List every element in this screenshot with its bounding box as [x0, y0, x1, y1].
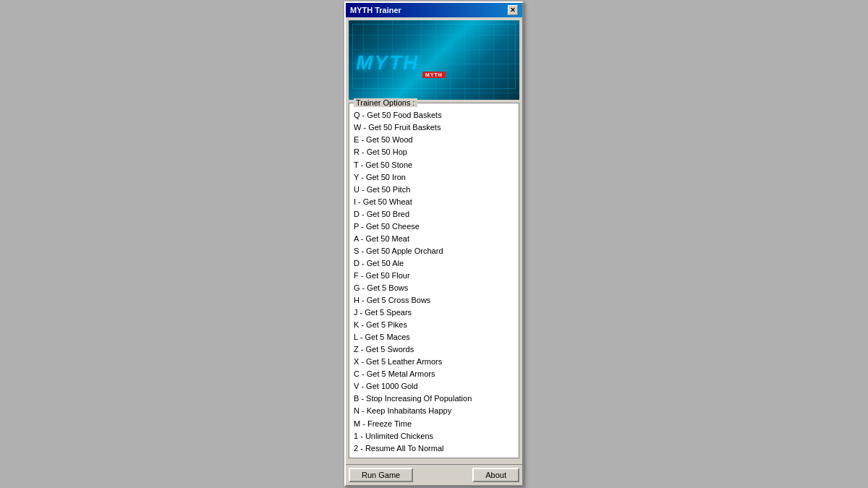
banner-image: MYTH MYTH	[349, 20, 519, 100]
list-item: J - Get 5 Spears	[354, 307, 514, 319]
window-body: MYTH MYTH Trainer Options : Q - Get 50 F…	[346, 17, 522, 463]
footer: Run Game About	[346, 464, 522, 485]
options-legend: Trainer Options :	[354, 98, 417, 107]
list-item: U - Get 50 Pitch	[354, 184, 514, 196]
list-item: F - Get 50 Flour	[354, 270, 514, 282]
main-window: MYTH Trainer ✕ MYTH MYTH Trainer Options…	[344, 1, 524, 486]
list-item: W - Get 50 Fruit Baskets	[354, 121, 514, 134]
about-button[interactable]: About	[472, 468, 519, 482]
list-item: Q - Get 50 Food Baskets	[354, 109, 514, 121]
run-game-button[interactable]: Run Game	[349, 468, 413, 482]
window-title: MYTH Trainer	[350, 6, 401, 14]
title-bar: MYTH Trainer ✕	[346, 3, 522, 17]
list-item: K - Get 5 Pikes	[354, 319, 514, 331]
list-item: X - Get 5 Leather Armors	[354, 356, 514, 368]
list-item: G - Get 5 Bows	[354, 282, 514, 294]
options-group: Trainer Options : Q - Get 50 Food Basket…	[349, 103, 519, 458]
list-item: C - Get 5 Metal Armors	[354, 368, 514, 380]
list-item: Z - Get 5 Swords	[354, 343, 514, 356]
list-item: E - Get 50 Wood	[354, 134, 514, 146]
list-item: H - Get 5 Cross Bows	[354, 294, 514, 307]
close-button[interactable]: ✕	[508, 5, 518, 15]
list-item: T - Get 50 Stone	[354, 159, 514, 171]
list-item: R - Get 50 Hop	[354, 146, 514, 158]
list-item: D - Get 50 Bred	[354, 208, 514, 221]
options-list: Q - Get 50 Food BasketsW - Get 50 Fruit …	[354, 109, 514, 454]
banner-title: MYTH	[356, 51, 419, 74]
banner-subtitle: MYTH	[422, 72, 446, 78]
list-item: 1 - Unlimited Chickens	[354, 430, 514, 442]
list-item: L - Get 5 Maces	[354, 331, 514, 343]
list-item: D - Get 50 Ale	[354, 257, 514, 270]
list-item: B - Stop Increasing Of Population	[354, 393, 514, 405]
list-item: I - Get 50 Wheat	[354, 196, 514, 208]
list-item: N - Keep Inhabitants Happy	[354, 405, 514, 417]
list-item: P - Get 50 Cheese	[354, 221, 514, 233]
title-bar-buttons: ✕	[508, 5, 518, 15]
list-item: V - Get 1000 Gold	[354, 380, 514, 393]
list-item: 2 - Resume All To Normal	[354, 442, 514, 455]
list-item: M - Freeze Time	[354, 418, 514, 430]
list-item: S - Get 50 Apple Orchard	[354, 245, 514, 257]
list-item: Y - Get 50 Iron	[354, 171, 514, 184]
list-item: A - Get 50 Meat	[354, 233, 514, 245]
